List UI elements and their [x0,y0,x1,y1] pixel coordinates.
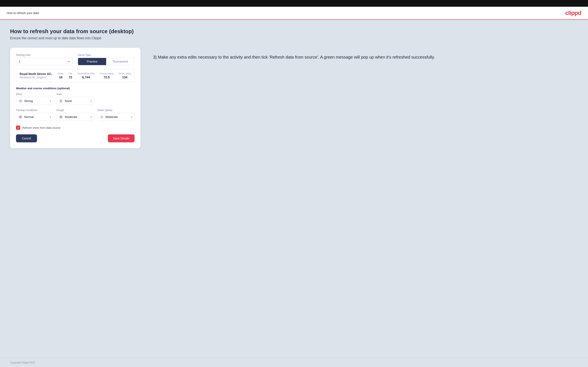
slope-rating-value: 134 [119,75,131,79]
rain-group: Rain None ▾ [57,93,94,105]
wind-chevron-icon: ▾ [50,100,51,102]
rough-group: Rough Moderate ▾ [57,109,94,121]
course-rating-label: Course rating [100,72,113,75]
footer: Copyright Clippd 2022 [0,358,588,367]
yards-label: Yards/White (M)) [77,72,95,75]
rough-value: Moderate [65,115,87,119]
form-card: Starting Hole 1 2 10 Game Type Practice … [10,48,140,148]
svg-point-0 [60,100,62,101]
svg-point-4 [61,117,61,117]
refresh-checkbox-label: Refresh shots from data source [22,126,60,129]
fairway-rough-green-row: Fairway Conditions Normal ▾ [16,109,135,121]
wind-label: Wind [16,93,53,96]
instructions-text: 3) Make any extra edits necessary to the… [153,54,578,60]
rough-select[interactable]: Moderate ▾ [57,113,94,121]
top-bar [0,0,588,7]
slope-rating-label: Slope rating [119,72,131,75]
wind-rain-row: Wind Strong ▾ [16,93,135,105]
card-actions: Cancel Save Details [16,134,135,142]
rain-icon [59,99,63,103]
game-type-toggle: Practice Tournament [78,58,135,65]
course-rating-stat: Course rating 72.5 [100,72,113,79]
checkmark-icon: ✓ [17,126,19,129]
rain-label: Rain [57,93,94,96]
conditions-section: Weather and course conditions (optional)… [16,87,135,121]
tournament-button[interactable]: Tournament [106,58,134,65]
fairway-label: Fairway Conditions [16,109,53,112]
starting-hole-label: Starting Hole [16,54,73,57]
green-speed-group: Green Speed Moderate ▾ [97,109,135,121]
svg-point-3 [60,116,62,118]
svg-point-1 [19,116,21,118]
holes-value: 18 [58,75,64,79]
rough-chevron-icon: ▾ [91,116,92,118]
wind-group: Wind Strong ▾ [16,93,53,105]
page-subheading: Ensure the correct and most up to date d… [10,36,578,40]
conditions-title: Weather and course conditions (optional) [16,87,135,90]
header: How to refresh your data clippd [0,7,588,20]
course-rating-value: 72.5 [100,75,113,79]
rough-label: Rough [57,109,94,112]
practice-button[interactable]: Practice [78,58,106,65]
svg-point-2 [20,117,21,117]
holes-stat: Holes 18 [58,72,64,79]
rain-chevron-icon: ▾ [91,100,92,102]
par-stat: Par 72 [69,72,72,79]
green-speed-icon [100,115,104,119]
slope-rating-stat: Slope rating 134 [119,72,131,79]
header-title: How to refresh your data [7,11,39,15]
wind-select[interactable]: Strong ▾ [16,97,53,105]
copyright-text: Copyright Clippd 2022 [10,361,35,364]
course-name: Royal North Devon GC, [19,72,53,75]
course-info: Royal North Devon GC, Westward Ho!, Engl… [19,72,53,79]
yards-value: 6,744 [77,75,95,79]
course-stats: Holes 18 Par 72 Yards/White (M)) 6,744 C… [58,72,131,79]
game-type-group: Game Type Practice Tournament [78,54,135,65]
green-speed-chevron-icon: ▾ [131,116,132,118]
fairway-chevron-icon: ▾ [50,116,51,118]
cancel-button[interactable]: Cancel [16,134,37,142]
main-content: How to refresh your data from source (de… [0,20,588,358]
holes-label: Holes [58,72,64,75]
save-button[interactable]: Save Details [108,134,135,142]
fairway-group: Fairway Conditions Normal ▾ [16,109,53,121]
fairway-select[interactable]: Normal ▾ [16,113,53,121]
refresh-checkbox-row[interactable]: ✓ Refresh shots from data source [16,125,135,130]
rain-value: None [65,99,87,103]
yards-stat: Yards/White (M)) 6,744 [77,72,95,79]
rain-select[interactable]: None ▾ [57,97,94,105]
green-speed-label: Green Speed [97,109,135,112]
form-row-top: Starting Hole 1 2 10 Game Type Practice … [16,54,135,65]
rough-icon [59,115,63,119]
refresh-checkbox[interactable]: ✓ [16,125,20,130]
starting-hole-select[interactable]: 1 2 10 [16,58,73,65]
wind-value: Strong [24,99,46,103]
wind-icon [18,99,23,103]
par-value: 72 [69,75,72,79]
logo: clippd [565,10,581,16]
green-speed-select[interactable]: Moderate ▾ [97,113,135,121]
fairway-icon [18,115,23,119]
page-heading: How to refresh your data from source (de… [10,28,578,35]
par-label: Par [69,72,72,75]
starting-hole-group: Starting Hole 1 2 10 [16,54,73,65]
fairway-value: Normal [24,115,46,119]
course-location: Westward Ho!, England [19,76,53,79]
game-type-label: Game Type [78,54,135,57]
course-row: Royal North Devon GC, Westward Ho!, Engl… [16,69,135,82]
content-row: Starting Hole 1 2 10 Game Type Practice … [10,48,578,148]
side-instructions: 3) Make any extra edits necessary to the… [153,48,578,60]
green-speed-value: Moderate [105,115,128,119]
